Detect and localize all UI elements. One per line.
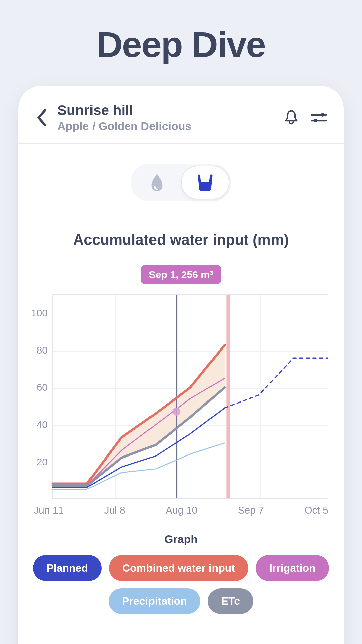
x-tick: Oct 5 bbox=[304, 504, 328, 516]
chart-title: Accumulated water input (mm) bbox=[18, 231, 344, 248]
legend-chip-irrigation[interactable]: Irrigation bbox=[256, 555, 329, 581]
y-tick: 60 bbox=[37, 382, 48, 393]
y-tick: 100 bbox=[31, 307, 48, 319]
legend-chip-combined-water-input[interactable]: Combined water input bbox=[109, 555, 248, 581]
mode-water-input[interactable] bbox=[181, 166, 229, 199]
filter-settings-button[interactable] bbox=[311, 110, 327, 126]
y-axis-labels: 100 80 60 40 20 bbox=[30, 294, 54, 499]
x-tick: Aug 10 bbox=[166, 504, 197, 516]
x-tick: Sep 7 bbox=[238, 504, 264, 516]
mode-toggle bbox=[131, 164, 231, 201]
back-button[interactable] bbox=[32, 108, 51, 127]
legend-title: Graph bbox=[18, 533, 344, 546]
legend-chip-precipitation[interactable]: Precipitation bbox=[109, 588, 200, 614]
cup-icon bbox=[196, 174, 214, 191]
legend-chip-planned[interactable]: Planned bbox=[33, 555, 101, 581]
sliders-icon bbox=[311, 111, 327, 124]
location-title: Sunrise hill bbox=[57, 102, 283, 118]
chevron-left-icon bbox=[36, 109, 47, 126]
header-text: Sunrise hill Apple / Golden Delicious bbox=[57, 102, 283, 133]
location-subtitle: Apple / Golden Delicious bbox=[57, 120, 283, 133]
app-header: Sunrise hill Apple / Golden Delicious bbox=[18, 86, 344, 144]
phone-frame: Sunrise hill Apple / Golden Delicious bbox=[18, 86, 344, 644]
x-axis-labels: Jun 11 Jul 8 Aug 10 Sep 7 Oct 5 bbox=[34, 504, 328, 516]
svg-point-2 bbox=[321, 113, 325, 116]
legend-chip-etc[interactable]: ETc bbox=[208, 588, 253, 614]
bell-icon bbox=[284, 110, 299, 126]
chart-plot-area[interactable] bbox=[52, 294, 328, 499]
svg-point-3 bbox=[313, 119, 317, 122]
y-tick: 80 bbox=[37, 344, 48, 356]
chart: 100 80 60 40 20 Jun 11 Jul 8 Aug 10 Sep … bbox=[34, 294, 328, 516]
x-tick: Jul 8 bbox=[104, 504, 125, 516]
y-tick: 20 bbox=[37, 456, 48, 468]
mode-soil-moisture[interactable] bbox=[133, 166, 181, 199]
y-tick: 40 bbox=[37, 419, 48, 430]
chart-tooltip: Sep 1, 256 m³ bbox=[141, 265, 221, 284]
page-title: Deep Dive bbox=[0, 0, 362, 65]
notifications-button[interactable] bbox=[283, 110, 299, 126]
legend-chips: PlannedCombined water inputIrrigationPre… bbox=[18, 555, 344, 614]
svg-point-6 bbox=[173, 408, 181, 416]
x-tick: Jun 11 bbox=[34, 504, 64, 516]
drop-icon bbox=[149, 173, 164, 192]
chart-lines bbox=[53, 295, 328, 498]
